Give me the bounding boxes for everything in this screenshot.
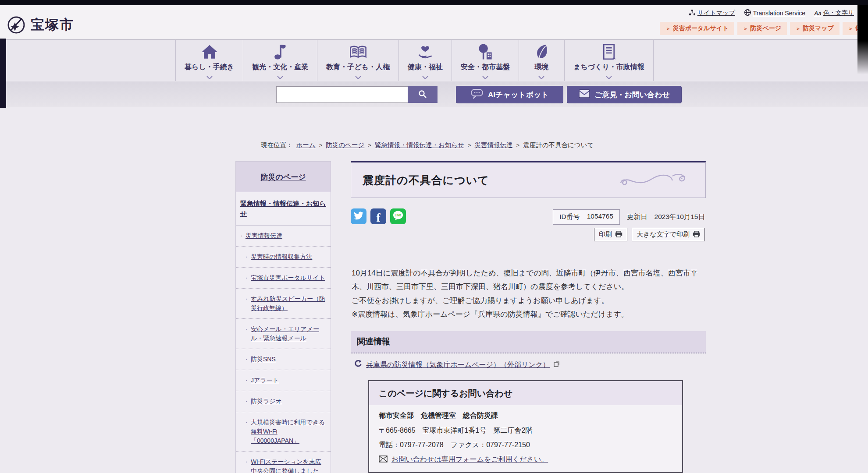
nav-label: 観光・文化・産業 <box>252 63 308 72</box>
printer-icon <box>615 231 623 239</box>
open-book-icon <box>349 42 368 60</box>
print-large-label: 大きな文字で印刷 <box>637 230 690 239</box>
sidebar-title[interactable]: 防災のページ <box>236 162 331 192</box>
sidebar-item-label: 防災SNS <box>251 356 276 363</box>
nav-label: 環境 <box>534 63 548 72</box>
share-row: f LINE <box>351 208 406 224</box>
chevron-down-icon <box>206 73 213 81</box>
sidebar-item-label: 防災ラジオ <box>251 398 282 405</box>
sidebar-item-wifi-station[interactable]: Wi-Fiステーションを末広中央公園に整備しました <box>236 452 331 473</box>
utility-links: サイトマップ Translation Service Aa 色・文字サ <box>689 9 854 18</box>
site-title: 宝塚市 <box>31 16 74 34</box>
feedback-contact-label: ご意見・お問い合わせ <box>594 90 670 100</box>
chevron-down-icon <box>355 73 361 81</box>
feedback-contact-button[interactable]: ご意見・お問い合わせ <box>567 86 682 103</box>
nav-item-kenko[interactable]: 健康・福祉 <box>398 40 452 81</box>
disaster-portal-button[interactable]: ＞災害ポータルサイト <box>660 22 734 35</box>
print-label: 印刷 <box>599 230 612 239</box>
chevron-right-icon: ＞ <box>848 26 853 31</box>
article-paragraph: 10月14日に震度計の不具合が判明したため、復旧までの間、近隣市町（伊丹市、西宮… <box>352 266 702 294</box>
contact-box: このページに関するお問い合わせ 都市安全部 危機管理室 総合防災課 〒665-8… <box>368 380 683 473</box>
nav-item-kanko[interactable]: 観光・文化・産業 <box>243 40 317 81</box>
print-button[interactable]: 印刷 <box>594 228 627 241</box>
curved-arrow-icon <box>354 360 362 370</box>
related-link-row: 兵庫県の防災情報（気象庁ホームページ）（外部リンク） <box>354 360 559 370</box>
sidebar-section-link[interactable]: 緊急情報・情報伝達・お知らせ <box>236 192 331 226</box>
main-content: 震度計の不具合について f <box>351 161 706 198</box>
envelope-icon <box>379 455 388 464</box>
translation-link[interactable]: Translation Service <box>744 9 805 18</box>
sidebar-item-free-wifi[interactable]: 大規模災害時に利用できる無料Wi-Fi 「00000JAPAN」 <box>236 412 331 452</box>
sidebar-item-anshin-mail[interactable]: 安心メール・エリアメール・緊急速報メール <box>236 319 331 349</box>
nav-item-kankyo[interactable]: 環境 <box>519 40 564 81</box>
contact-box-body: 都市安全部 危機管理室 総合防災課 〒665-8665 宝塚市東洋町1番1号 第… <box>369 405 682 472</box>
article-paragraph: ※震度情報は、気象庁ホームページ『兵庫県の防災情報』でご確認いただけます。 <box>352 307 702 321</box>
id-number-box: ID番号 1054765 <box>553 209 620 225</box>
sidebar-item-saigai-joho[interactable]: 災害情報伝達 <box>236 226 331 247</box>
sidebar-item-label: 災害情報伝達 <box>245 232 282 239</box>
line-share-button[interactable]: LINE <box>390 208 406 224</box>
twitter-share-button[interactable] <box>351 208 366 224</box>
sidebar-item-joho-shushu[interactable]: 災害時の情報収集方法 <box>236 247 331 268</box>
tree-town-icon <box>477 42 493 60</box>
nav-item-kurashi[interactable]: 暮らし・手続き <box>175 40 243 81</box>
nav-label: まちづくり・市政情報 <box>573 63 644 72</box>
bousai-map-button[interactable]: ＞防災マップ <box>790 22 840 35</box>
color-fontsize-label: 色・文字サ <box>823 9 854 17</box>
home-icon <box>201 42 218 60</box>
chevron-right-icon: ＞ <box>665 26 670 31</box>
sitemap-label: サイトマップ <box>697 9 735 17</box>
article-paragraph: ご不便をお掛けしますが、ご理解ご協力賜りますようお願い申しあげます。 <box>352 294 702 307</box>
breadcrumb-separator: > <box>468 142 471 148</box>
nav-item-anzen[interactable]: 安全・都市基盤 <box>452 40 519 81</box>
sidebar-item-bousai-radio[interactable]: 防災ラジオ <box>236 391 331 412</box>
bousai-page-label: 防災ページ <box>750 25 781 32</box>
global-nav: 暮らし・手続き 観光・文化・産業 <box>0 39 868 81</box>
article-body: 10月14日に震度計の不具合が判明したため、復旧までの間、近隣市町（伊丹市、西宮… <box>352 266 702 321</box>
breadcrumb-kinkyu[interactable]: 緊急情報・情報伝達・お知らせ <box>375 141 464 149</box>
facebook-share-button[interactable]: f <box>370 208 386 224</box>
sidebar-item-label: 大規模災害時に利用できる無料Wi-Fi 「00000JAPAN」 <box>251 419 325 444</box>
nav-label: 教育・子ども・人権 <box>326 63 390 72</box>
music-note-icon <box>273 42 287 60</box>
site-header: 宝塚市 サイトマップ <box>0 5 868 39</box>
color-fontsize-link[interactable]: Aa 色・文字サ <box>814 9 854 17</box>
disaster-portal-label: 災害ポータルサイト <box>672 25 729 32</box>
page-meta-row: ID番号 1054765 更新日 2023年10月15日 <box>553 209 705 225</box>
nav-item-machizukuri[interactable]: まちづくり・市政情報 <box>564 40 654 81</box>
nav-label: 暮らし・手続き <box>185 63 234 72</box>
sidebar: 防災のページ 緊急情報・情報伝達・お知らせ 災害情報伝達 災害時の情報収集方法 … <box>235 161 331 473</box>
search-icon <box>418 89 427 100</box>
nav-item-kyoiku[interactable]: 教育・子ども・人権 <box>317 40 398 81</box>
breadcrumb-bousai[interactable]: 防災のページ <box>326 141 364 149</box>
updated-date: 2023年10月15日 <box>655 212 705 222</box>
search-input[interactable] <box>276 86 408 103</box>
sidebar-item-speaker[interactable]: すみれ防災スピーカー（防災行政無線） <box>236 289 331 319</box>
sidebar-item-label: 宝塚市災害ポータルサイト <box>251 274 325 281</box>
bousai-page-button[interactable]: ＞防災ページ <box>737 22 787 35</box>
city-logo[interactable]: 宝塚市 <box>6 15 74 35</box>
sidebar-item-bousai-sns[interactable]: 防災SNS <box>236 349 331 370</box>
document-icon <box>601 42 616 60</box>
search-button[interactable] <box>408 86 438 103</box>
sidebar-item-portal[interactable]: 宝塚市災害ポータルサイト <box>236 268 331 289</box>
bousai-map-label: 防災マップ <box>803 25 834 32</box>
print-large-button[interactable]: 大きな文字で印刷 <box>632 228 705 241</box>
contact-form-link[interactable]: お問い合わせは専用フォームをご利用ください。 <box>391 455 548 464</box>
id-label: ID番号 <box>559 212 580 222</box>
external-link-icon <box>554 361 559 369</box>
id-value: 1054765 <box>587 212 613 222</box>
city-emblem-icon <box>6 15 26 35</box>
breadcrumb-separator: > <box>368 142 371 148</box>
ai-chatbot-button[interactable]: AIチャットボット <box>456 86 563 103</box>
contact-department: 都市安全部 危機管理室 総合防災課 <box>379 411 672 420</box>
sidebar-item-jalert[interactable]: Jアラート <box>236 370 331 391</box>
chat-bubble-icon <box>470 88 484 101</box>
breadcrumb-saigai[interactable]: 災害情報伝達 <box>475 141 513 149</box>
globe-icon <box>744 9 751 18</box>
hyogo-bousai-link[interactable]: 兵庫県の防災情報（気象庁ホームページ）（外部リンク） <box>366 360 550 370</box>
contact-form-link-row: お問い合わせは専用フォームをご利用ください。 <box>379 455 672 464</box>
sitemap-link[interactable]: サイトマップ <box>689 9 735 18</box>
twitter-icon <box>354 212 363 222</box>
breadcrumb-home[interactable]: ホーム <box>296 141 316 149</box>
